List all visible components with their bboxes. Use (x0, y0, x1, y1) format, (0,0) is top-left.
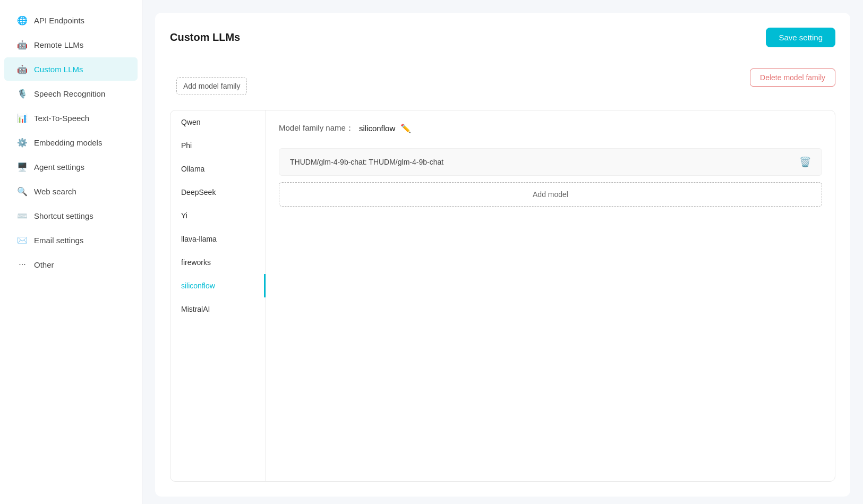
model-list-panel: QwenPhiOllamaDeepSeekYillava-llamafirewo… (170, 110, 266, 481)
sidebar-item-label-shortcut-settings: Shortcut settings (34, 211, 93, 220)
sidebar-item-label-speech-recognition: Speech Recognition (34, 89, 105, 98)
agent-settings-icon: 🖥️ (17, 161, 28, 172)
sidebar-item-api-endpoints[interactable]: 🌐API Endpoints (4, 8, 138, 32)
save-setting-button[interactable]: Save setting (766, 28, 835, 47)
model-list: QwenPhiOllamaDeepSeekYillava-llamafirewo… (170, 110, 266, 481)
other-icon: ··· (17, 259, 28, 270)
sidebar-item-label-email-settings: Email settings (34, 236, 83, 245)
model-family-item-fireworks[interactable]: fireworks (170, 251, 266, 274)
model-family-item-siliconflow[interactable]: siliconflow (170, 274, 266, 297)
sidebar-item-shortcut-settings[interactable]: ⌨️Shortcut settings (4, 204, 138, 227)
model-family-name-label: Model family name： (279, 123, 354, 133)
sidebar-item-other[interactable]: ···Other (4, 253, 138, 276)
sidebar-item-text-to-speech[interactable]: 📊Text-To-Speech (4, 106, 138, 130)
model-family-item-phi[interactable]: Phi (170, 134, 266, 157)
edit-icon[interactable]: ✏️ (400, 123, 411, 133)
sidebar-item-label-text-to-speech: Text-To-Speech (34, 114, 89, 123)
model-family-item-llava-llama[interactable]: llava-llama (170, 227, 266, 251)
model-family-item-yi[interactable]: Yi (170, 204, 266, 227)
sidebar-item-speech-recognition[interactable]: 🎙️Speech Recognition (4, 82, 138, 105)
api-endpoints-icon: 🌐 (17, 15, 28, 25)
sidebar-item-remote-llms[interactable]: 🤖Remote LLMs (4, 33, 138, 56)
delete-model-family-button[interactable]: Delete model family (750, 69, 835, 87)
add-model-button[interactable]: Add model (279, 182, 822, 207)
sidebar-item-label-remote-llms: Remote LLMs (34, 40, 83, 49)
sidebar-item-web-search[interactable]: 🔍Web search (4, 180, 138, 203)
sidebar: 🌐API Endpoints🤖Remote LLMs🤖Custom LLMs🎙️… (0, 0, 142, 504)
content-body: QwenPhiOllamaDeepSeekYillava-llamafirewo… (170, 110, 835, 482)
sidebar-item-custom-llms[interactable]: 🤖Custom LLMs (4, 57, 138, 81)
model-family-name-value: siliconflow (359, 124, 395, 133)
main-content: Custom LLMs Save setting Add model famil… (142, 0, 863, 504)
model-family-name-row: Model family name： siliconflow ✏️ (279, 123, 822, 133)
remote-llms-icon: 🤖 (17, 39, 28, 50)
content-card: Custom LLMs Save setting Add model famil… (155, 13, 850, 497)
sidebar-item-label-embedding-models: Embedding models (34, 138, 102, 147)
sidebar-item-embedding-models[interactable]: ⚙️Embedding models (4, 131, 138, 154)
speech-recognition-icon: 🎙️ (17, 88, 28, 99)
model-family-item-mistralai[interactable]: MistralAI (170, 297, 266, 321)
sidebar-item-label-api-endpoints: API Endpoints (34, 16, 84, 25)
model-family-item-deepseek[interactable]: DeepSeek (170, 181, 266, 204)
model-family-item-ollama[interactable]: Ollama (170, 157, 266, 181)
model-entry-row: THUDM/glm-4-9b-chat: THUDM/glm-4-9b-chat… (279, 148, 822, 176)
sidebar-item-label-agent-settings: Agent settings (34, 163, 84, 172)
delete-model-icon[interactable]: 🗑️ (799, 156, 811, 168)
model-entries: THUDM/glm-4-9b-chat: THUDM/glm-4-9b-chat… (279, 148, 822, 176)
add-model-family-button[interactable]: Add model family (176, 77, 247, 95)
embedding-models-icon: ⚙️ (17, 137, 28, 148)
sidebar-item-label-web-search: Web search (34, 187, 76, 196)
shortcut-settings-icon: ⌨️ (17, 210, 28, 221)
model-family-item-qwen[interactable]: Qwen (170, 110, 266, 134)
web-search-icon: 🔍 (17, 186, 28, 197)
email-settings-icon: ✉️ (17, 235, 28, 245)
custom-llms-icon: 🤖 (17, 64, 28, 74)
page-title: Custom LLMs (170, 31, 240, 44)
sidebar-item-agent-settings[interactable]: 🖥️Agent settings (4, 155, 138, 178)
card-header: Custom LLMs Save setting (170, 28, 835, 47)
sidebar-item-label-custom-llms: Custom LLMs (34, 65, 83, 74)
sidebar-item-email-settings[interactable]: ✉️Email settings (4, 228, 138, 252)
text-to-speech-icon: 📊 (17, 113, 28, 123)
sidebar-item-label-other: Other (34, 260, 54, 269)
model-detail-panel: Model family name： siliconflow ✏️ THUDM/… (266, 110, 835, 481)
model-entry-text: THUDM/glm-4-9b-chat: THUDM/glm-4-9b-chat (290, 158, 443, 166)
